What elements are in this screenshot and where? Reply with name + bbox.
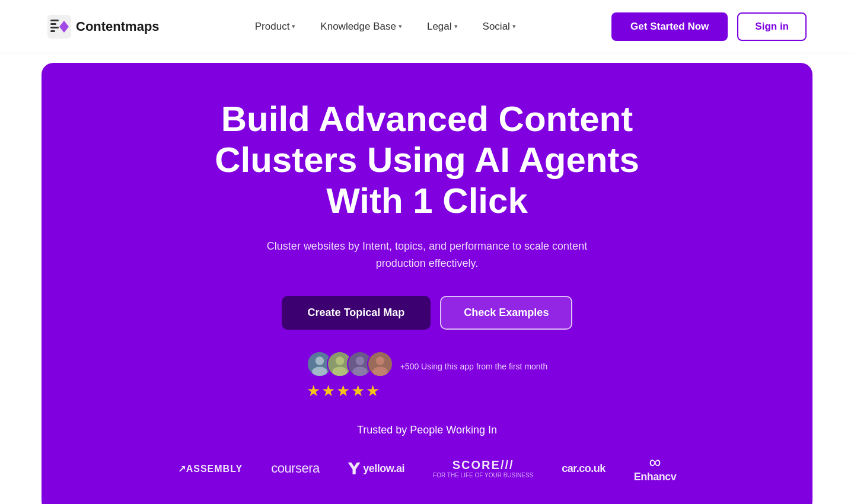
svg-rect-2 [50, 23, 56, 25]
star-2: ★ [321, 382, 335, 400]
logo-text: Contentmaps [76, 19, 160, 34]
star-rating: ★ ★ ★ ★ ★ [307, 382, 380, 400]
social-proof-text: +500 Using this app from the first month [400, 362, 548, 371]
avatar [367, 351, 393, 377]
hero-section: Build Advanced Content Clusters Using AI… [42, 63, 812, 504]
star-1: ★ [307, 382, 320, 400]
brand-logo-enhancv: ∞ Enhancv [634, 454, 677, 483]
navbar: Contentmaps Product ▾ Knowledge Base ▾ L… [0, 0, 854, 53]
nav-item-product[interactable]: Product ▾ [246, 16, 305, 37]
star-5: ★ [366, 382, 380, 400]
brand-logo-coursera: coursera [271, 461, 320, 476]
nav-item-knowledge[interactable]: Knowledge Base ▾ [311, 16, 412, 37]
svg-point-10 [352, 366, 367, 376]
nav-links: Product ▾ Knowledge Base ▾ Legal ▾ Socia… [246, 16, 525, 37]
brand-logo-score: SCORE/// FOR THE LIFE OF YOUR BUSINESS [433, 458, 533, 479]
svg-point-6 [312, 366, 327, 376]
check-examples-button[interactable]: Check Examples [440, 296, 572, 330]
nav-item-social[interactable]: Social ▾ [473, 16, 525, 37]
nav-actions: Get Started Now Sign in [611, 12, 807, 41]
svg-point-5 [315, 356, 324, 365]
nav-social-label: Social [483, 21, 510, 33]
hero-buttons: Create Topical Map Check Examples [282, 296, 573, 330]
brand-logo-assembly: ↗ASSEMBLY [178, 463, 243, 474]
brand-logos-row: ↗ASSEMBLY coursera 𝗬 yellow.ai SCORE/// … [178, 454, 677, 483]
star-4: ★ [351, 382, 365, 400]
logo[interactable]: Contentmaps [47, 15, 160, 39]
brand-logo-carcouk: car.co.uk [562, 462, 606, 475]
yellowai-icon: 𝗬 [348, 459, 360, 479]
get-started-button[interactable]: Get Started Now [611, 12, 728, 41]
avatars-row [307, 351, 393, 377]
svg-point-11 [375, 356, 384, 365]
svg-rect-4 [50, 30, 55, 32]
svg-point-7 [335, 356, 344, 365]
hero-title: Build Advanced Content Clusters Using AI… [190, 98, 664, 221]
nav-product-label: Product [255, 21, 290, 33]
svg-rect-1 [50, 20, 59, 21]
brand-logo-yellowai: 𝗬 yellow.ai [348, 459, 404, 479]
sign-in-button[interactable]: Sign in [737, 12, 807, 41]
nav-legal-label: Legal [427, 21, 452, 33]
nav-item-legal[interactable]: Legal ▾ [418, 16, 467, 37]
logo-icon [47, 15, 71, 39]
star-3: ★ [336, 382, 350, 400]
infinity-icon: ∞ [649, 454, 661, 471]
chevron-down-icon: ▾ [399, 23, 402, 30]
chevron-down-icon: ▾ [454, 23, 458, 30]
svg-point-9 [355, 356, 364, 365]
hero-subtitle: Cluster websites by Intent, topics, and … [255, 238, 599, 272]
svg-rect-3 [50, 27, 59, 28]
social-proof: +500 Using this app from the first month… [307, 351, 548, 400]
trusted-heading: Trusted by People Working In [357, 424, 497, 436]
nav-knowledge-label: Knowledge Base [320, 21, 396, 33]
svg-point-8 [332, 366, 347, 376]
svg-point-12 [372, 366, 387, 376]
create-topical-map-button[interactable]: Create Topical Map [282, 296, 431, 330]
chevron-down-icon: ▾ [512, 23, 516, 30]
chevron-down-icon: ▾ [292, 23, 295, 30]
